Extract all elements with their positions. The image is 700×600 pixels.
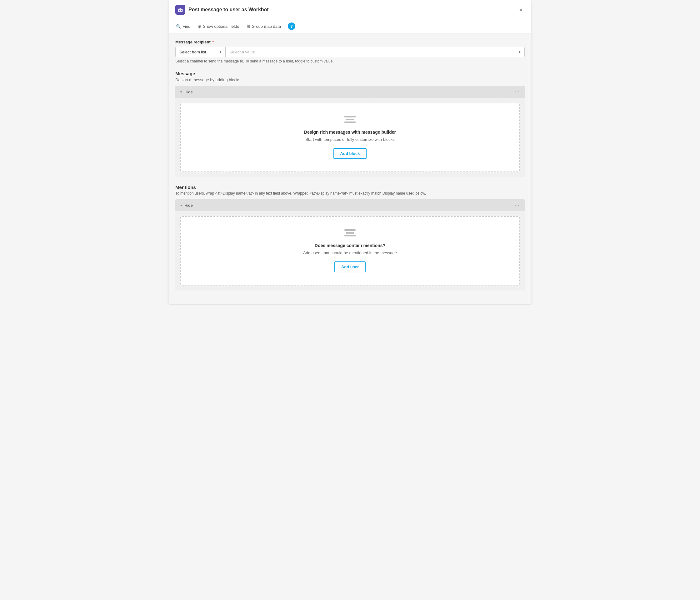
mentions-panel: ▾ Hide ··· Does message contain mentions… xyxy=(175,199,525,290)
svg-point-2 xyxy=(181,10,182,10)
collapse-arrow-icon-2: ▾ xyxy=(180,204,182,207)
message-panel-menu-button[interactable]: ··· xyxy=(515,89,520,95)
modal-header: Post message to user as Workbot × xyxy=(169,0,531,19)
find-label: Find xyxy=(182,24,190,29)
mentions-panel-body: Does message contain mentions? Add users… xyxy=(175,211,525,290)
mentions-builder-desc: Add users that should be mentioned in th… xyxy=(303,251,397,255)
collapse-arrow-icon: ▾ xyxy=(180,90,182,94)
show-optional-label: Show optional fields xyxy=(203,24,239,29)
group-map-label: Group map data xyxy=(252,24,281,29)
message-builder-box: Design rich messages with message builde… xyxy=(180,103,520,172)
chevron-down-icon: ▾ xyxy=(220,50,222,54)
show-optional-button[interactable]: ◉ Show optional fields xyxy=(197,23,240,30)
message-panel-header[interactable]: ▾ Hide ··· xyxy=(175,86,525,98)
toolbar: 🔍 Find ◉ Show optional fields ⊞ Group ma… xyxy=(169,19,531,33)
select-value-placeholder: Select a value xyxy=(229,50,255,54)
svg-rect-0 xyxy=(178,9,183,12)
message-panel-body: Design rich messages with message builde… xyxy=(175,98,525,177)
recipient-hint: Select a channel to send the message to.… xyxy=(175,59,525,63)
select-type-label: Select from list xyxy=(179,50,206,54)
chevron-down-icon-2: ▾ xyxy=(519,50,521,54)
eye-icon: ◉ xyxy=(198,24,201,29)
group-map-button[interactable]: ⊞ Group map data xyxy=(246,23,281,30)
svg-point-4 xyxy=(180,7,181,8)
select-from-list-dropdown[interactable]: Select from list ▾ xyxy=(175,47,225,57)
modal-title: Post message to user as Workbot xyxy=(189,7,269,12)
group-icon: ⊞ xyxy=(247,24,250,29)
message-builder-icon xyxy=(344,116,356,125)
message-recipient-section: Message recipient * Select from list ▾ S… xyxy=(175,40,525,63)
find-icon: 🔍 xyxy=(176,24,181,29)
message-builder-desc: Start with templates or fully customize … xyxy=(305,137,394,142)
mentions-title: Mentions xyxy=(175,185,525,190)
select-value-dropdown[interactable]: Select a value ▾ xyxy=(225,47,525,57)
find-button[interactable]: 🔍 Find xyxy=(175,23,191,30)
svg-point-1 xyxy=(179,10,180,10)
message-panel: ▾ Hide ··· Design rich messages with mes… xyxy=(175,86,525,177)
mentions-panel-menu-button[interactable]: ··· xyxy=(515,202,520,208)
mentions-builder-title: Does message contain mentions? xyxy=(315,243,385,248)
mentions-panel-label: Hide xyxy=(184,203,193,208)
message-panel-label: Hide xyxy=(184,89,193,94)
message-builder-title: Design rich messages with message builde… xyxy=(304,130,396,135)
required-indicator: * xyxy=(211,40,214,44)
message-section: Message Design a message by adding block… xyxy=(175,71,525,177)
message-recipient-label: Message recipient * xyxy=(175,40,525,44)
recipient-field-row: Select from list ▾ Select a value ▾ xyxy=(175,47,525,57)
add-block-button[interactable]: Add block xyxy=(333,148,367,159)
mentions-builder-icon xyxy=(344,229,356,238)
add-user-button[interactable]: Add user xyxy=(334,261,366,272)
mentions-panel-header[interactable]: ▾ Hide ··· xyxy=(175,199,525,211)
mentions-builder-box: Does message contain mentions? Add users… xyxy=(180,216,520,285)
mentions-section: Mentions To mention users, wrap <at>Disp… xyxy=(175,185,525,290)
mentions-hint: To mention users, wrap <at>Display name<… xyxy=(175,191,525,195)
workbot-icon xyxy=(175,5,185,15)
help-button[interactable]: ? xyxy=(288,23,295,30)
close-button[interactable]: × xyxy=(517,6,525,14)
message-description: Design a message by adding blocks. xyxy=(175,77,525,82)
message-title: Message xyxy=(175,71,525,76)
